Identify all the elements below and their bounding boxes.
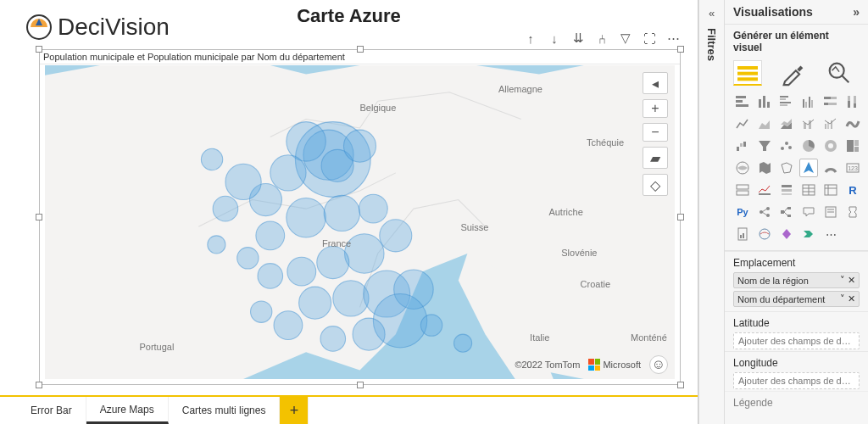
line-clustered-icon[interactable] xyxy=(821,114,840,133)
resize-handle[interactable] xyxy=(357,382,364,388)
more-options-icon[interactable]: ⋯ xyxy=(664,29,682,47)
pitch-button[interactable]: ▰ xyxy=(643,147,668,169)
field-pill-dept[interactable]: Nom du département˅ ✕ xyxy=(733,291,860,307)
donut-icon[interactable] xyxy=(821,137,840,155)
svg-rect-91 xyxy=(825,185,837,195)
svg-rect-39 xyxy=(736,96,746,98)
collapse-pane-icon[interactable]: » xyxy=(853,5,860,19)
multi-card-icon[interactable] xyxy=(733,181,752,199)
r-visual-icon[interactable]: R xyxy=(843,181,862,199)
treemap-icon[interactable] xyxy=(843,137,862,155)
line-stacked-icon[interactable] xyxy=(799,114,818,133)
filter-icon[interactable]: ▽ xyxy=(616,29,635,47)
ribbon-chart-icon[interactable] xyxy=(843,114,862,133)
tab-azure-maps[interactable]: Azure Maps xyxy=(86,397,169,424)
filters-label[interactable]: Filtres xyxy=(705,28,718,61)
svg-rect-52 xyxy=(811,100,813,108)
svg-rect-83 xyxy=(759,193,771,195)
hundred-bar-icon[interactable] xyxy=(821,92,840,111)
card-icon[interactable]: 123 xyxy=(843,159,862,177)
feedback-icon[interactable]: ☺ xyxy=(649,355,668,374)
svg-rect-109 xyxy=(743,233,744,238)
waterfall-icon[interactable] xyxy=(733,137,752,155)
map-visual[interactable]: Population municipale et Population muni… xyxy=(39,49,681,385)
resize-handle[interactable] xyxy=(36,46,42,53)
matrix-icon[interactable] xyxy=(821,181,840,199)
field-pill-region[interactable]: Nom de la région˅ ✕ xyxy=(733,272,860,288)
latitude-dropzone[interactable]: Ajouter des champs de don... xyxy=(733,332,860,349)
narrative-icon[interactable] xyxy=(821,203,840,221)
hierarchy-icon[interactable]: ⑃ xyxy=(593,29,611,47)
arcgis-icon[interactable] xyxy=(755,225,774,243)
svg-rect-77 xyxy=(854,147,859,152)
svg-point-15 xyxy=(380,220,412,252)
tab-multi-line[interactable]: Cartes multi lignes xyxy=(169,397,281,424)
svg-line-97 xyxy=(762,209,767,212)
svg-rect-47 xyxy=(780,102,791,103)
svg-rect-84 xyxy=(782,185,792,187)
powerapps-icon[interactable] xyxy=(777,225,796,243)
svg-point-9 xyxy=(225,164,261,199)
format-visual-tab[interactable] xyxy=(779,60,808,86)
stacked-column-icon[interactable] xyxy=(755,92,774,111)
resize-handle[interactable] xyxy=(357,46,364,53)
visual-toolbar: ↑ ↓ ⇊ ⑃ ▽ ⛶ ⋯ xyxy=(521,29,682,47)
stacked-area-icon[interactable] xyxy=(777,114,796,133)
funnel-icon[interactable] xyxy=(755,137,774,155)
paginated-icon[interactable] xyxy=(733,225,752,243)
svg-point-33 xyxy=(454,334,472,352)
qa-visual-icon[interactable] xyxy=(799,203,818,221)
azure-map-icon[interactable] xyxy=(799,159,818,177)
key-influencers-icon[interactable] xyxy=(755,203,774,221)
map-collapse-icon[interactable]: ◂ xyxy=(643,72,668,94)
svg-point-10 xyxy=(213,196,238,221)
svg-line-102 xyxy=(784,208,787,212)
drill-up-icon[interactable]: ↑ xyxy=(521,29,540,47)
filled-map-icon[interactable] xyxy=(755,159,774,177)
longitude-dropzone[interactable]: Ajouter des champs de don... xyxy=(733,372,860,389)
add-page-button[interactable]: + xyxy=(280,397,309,424)
svg-point-71 xyxy=(788,146,792,149)
shape-map-icon[interactable] xyxy=(777,159,796,177)
pie-icon[interactable] xyxy=(799,137,818,155)
resize-handle[interactable] xyxy=(36,214,42,220)
resize-handle[interactable] xyxy=(36,382,42,388)
resize-handle[interactable] xyxy=(677,214,684,220)
automate-icon[interactable] xyxy=(799,225,818,243)
python-visual-icon[interactable]: Py xyxy=(733,203,752,221)
decomposition-icon[interactable] xyxy=(777,203,796,221)
scatter-icon[interactable] xyxy=(777,137,796,155)
expand-filters-icon[interactable]: « xyxy=(709,7,715,20)
country-label: Belgique xyxy=(360,103,397,113)
get-visuals-icon[interactable]: ⋯ xyxy=(821,225,840,243)
svg-rect-46 xyxy=(780,98,786,100)
kpi-icon[interactable] xyxy=(755,181,774,199)
slicer-icon[interactable] xyxy=(777,181,796,199)
resize-handle[interactable] xyxy=(677,46,684,53)
goals-icon[interactable] xyxy=(843,203,862,221)
line-chart-icon[interactable] xyxy=(733,114,752,133)
azure-map[interactable]: France Belgique Allemagne Tchéquie Autri… xyxy=(45,65,675,379)
resize-handle[interactable] xyxy=(677,382,684,388)
zoom-out-button[interactable]: − xyxy=(643,123,668,142)
hundred-column-icon[interactable] xyxy=(843,92,862,111)
compass-button[interactable]: ◇ xyxy=(643,174,668,196)
build-visual-tab[interactable] xyxy=(733,60,762,86)
stacked-bar-icon[interactable] xyxy=(733,92,752,111)
gauge-icon[interactable] xyxy=(821,159,840,177)
svg-rect-44 xyxy=(767,102,770,108)
focus-mode-icon[interactable]: ⛶ xyxy=(640,29,659,47)
clustered-column-icon[interactable] xyxy=(799,92,818,111)
table-icon[interactable] xyxy=(799,181,818,199)
zoom-in-button[interactable]: + xyxy=(643,99,668,118)
clustered-bar-icon[interactable] xyxy=(777,92,796,111)
expand-down-icon[interactable]: ⇊ xyxy=(569,29,587,47)
country-label: Monténé xyxy=(631,332,667,343)
analytics-tab[interactable] xyxy=(825,60,854,86)
country-label: Allemagne xyxy=(498,84,542,94)
area-chart-icon[interactable] xyxy=(755,114,774,133)
tab-error-bar[interactable]: Error Bar xyxy=(17,397,86,424)
country-label: Suisse xyxy=(460,222,488,232)
drill-down-icon[interactable]: ↓ xyxy=(545,29,564,47)
map-icon[interactable] xyxy=(733,159,752,177)
